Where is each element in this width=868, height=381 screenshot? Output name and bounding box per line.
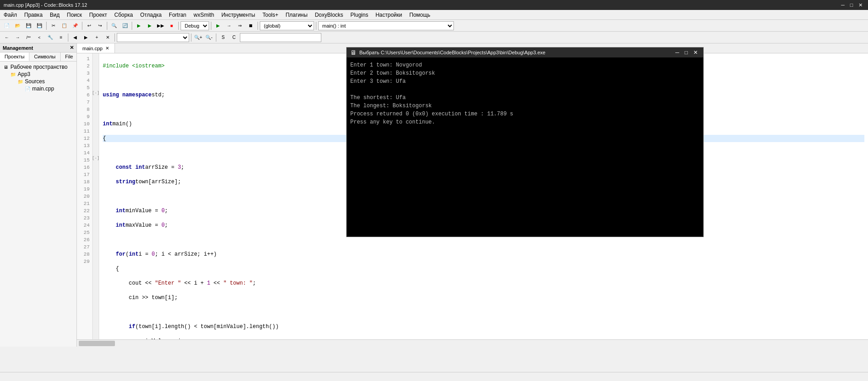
sep11 bbox=[191, 33, 191, 42]
terminal-line-5: The shortest: Ufa bbox=[350, 94, 700, 102]
open-button[interactable]: 📂 bbox=[13, 21, 23, 30]
new-button[interactable]: 📄 bbox=[2, 21, 12, 30]
cut-button[interactable]: ✂ bbox=[48, 21, 58, 30]
terminal-line-8: Press any key to continue. bbox=[350, 118, 700, 126]
run-button[interactable]: ▶ bbox=[145, 21, 155, 30]
main-dropdown[interactable]: main() : int bbox=[318, 21, 454, 30]
debug-run[interactable]: ▶ bbox=[213, 21, 223, 30]
tb2-comment[interactable]: /** bbox=[24, 33, 33, 42]
fold-for[interactable]: [-] bbox=[93, 155, 99, 162]
menu-tools[interactable]: Инструменты bbox=[218, 10, 259, 19]
terminal-close[interactable]: ✕ bbox=[692, 49, 700, 56]
debug-next[interactable]: ⇒ bbox=[235, 21, 245, 30]
tb2-next-bookmark[interactable]: ▶ bbox=[81, 33, 91, 42]
tab-file[interactable]: File bbox=[61, 52, 78, 61]
tree-main-cpp[interactable]: 📄 main.cpp bbox=[24, 85, 75, 92]
menu-help[interactable]: Помощь bbox=[406, 10, 434, 19]
tb2-btn3[interactable]: 🔧 bbox=[45, 33, 55, 42]
search-input[interactable] bbox=[240, 33, 321, 42]
maximize-button[interactable]: □ bbox=[848, 2, 855, 8]
tab-symbols[interactable]: Символы bbox=[29, 52, 61, 61]
debug-dropdown[interactable]: Debug bbox=[181, 21, 209, 30]
tb2-zoom-in[interactable]: 🔍+ bbox=[193, 33, 203, 42]
cpp-file-icon: 📄 bbox=[24, 86, 31, 91]
debug-step[interactable]: → bbox=[224, 21, 234, 30]
tab-close-button[interactable]: ✕ bbox=[105, 46, 109, 51]
terminal-content: Enter 1 town: Novgorod Enter 2 town: Bok… bbox=[347, 57, 703, 130]
sources-label: Sources bbox=[25, 78, 45, 85]
build-run-button[interactable]: ▶▶ bbox=[156, 21, 166, 30]
project-tree: 🖥 Рабочее пространство 📁 App3 📁 Sources … bbox=[0, 62, 76, 347]
sources-children: 📄 main.cpp bbox=[16, 85, 75, 92]
tree-sources[interactable]: 📁 Sources bbox=[16, 78, 75, 85]
menu-file[interactable]: Файл bbox=[0, 10, 21, 19]
horizontal-scrollbar[interactable] bbox=[77, 339, 868, 347]
fold-main[interactable]: [-] bbox=[93, 90, 99, 97]
app3-icon: 📁 bbox=[10, 72, 16, 77]
menu-debug[interactable]: Отладка bbox=[137, 10, 165, 19]
left-panel: Management ✕ Проекты Символы File 🖥 Рабо… bbox=[0, 43, 77, 347]
editor-tab-main-cpp[interactable]: main.cpp ✕ bbox=[77, 43, 115, 53]
menu-plugins2[interactable]: Plugins bbox=[347, 10, 372, 19]
copy-button[interactable]: 📋 bbox=[59, 21, 69, 30]
menu-doxyblocks[interactable]: DoxyBlocks bbox=[311, 10, 347, 19]
debug-stop[interactable]: ⏹ bbox=[246, 21, 256, 30]
close-button[interactable]: ✕ bbox=[857, 2, 864, 8]
replace-button[interactable]: 🔄 bbox=[120, 21, 130, 30]
menu-edit[interactable]: Правка bbox=[21, 10, 47, 19]
fold-markers: [-] [-] bbox=[93, 53, 99, 339]
app3-label: App3 bbox=[18, 71, 30, 77]
sep9 bbox=[68, 33, 68, 42]
workspace-label: Рабочее пространство bbox=[10, 64, 67, 70]
toolbar-2: ← → /** < 🔧 ≡ ◀ ▶ + ✕ 🔍+ 🔍- S C bbox=[0, 32, 868, 43]
menu-wxsmith[interactable]: wxSmith bbox=[190, 10, 218, 19]
terminal-maximize[interactable]: □ bbox=[683, 49, 690, 56]
menu-view[interactable]: Вид bbox=[46, 10, 63, 19]
save-all-button[interactable]: 💾 bbox=[34, 21, 44, 30]
menu-build[interactable]: Сборка bbox=[111, 10, 137, 19]
tb2-add-bookmark[interactable]: + bbox=[92, 33, 102, 42]
status-text bbox=[4, 374, 5, 380]
sources-icon: 📁 bbox=[17, 79, 24, 84]
build-button[interactable]: ▶ bbox=[134, 21, 144, 30]
tb2-uncomment[interactable]: < bbox=[34, 33, 44, 42]
code-line-18 bbox=[103, 309, 864, 316]
tb2-btn2[interactable]: → bbox=[13, 33, 23, 42]
find-button[interactable]: 🔍 bbox=[109, 21, 119, 30]
tab-projects[interactable]: Проекты bbox=[0, 52, 29, 61]
tb2-c[interactable]: C bbox=[229, 33, 239, 42]
menu-project[interactable]: Проект bbox=[86, 10, 111, 19]
menu-tools-plus[interactable]: Tools+ bbox=[259, 10, 282, 19]
redo-button[interactable]: ↪ bbox=[95, 21, 105, 30]
scrollbar-thumb[interactable] bbox=[79, 341, 115, 346]
tb2-btn4[interactable]: ≡ bbox=[56, 33, 66, 42]
stop-button[interactable]: ■ bbox=[167, 21, 176, 30]
menu-plugins[interactable]: Плагины bbox=[282, 10, 311, 19]
menu-settings[interactable]: Настройки bbox=[372, 10, 406, 19]
tb2-dropdown[interactable] bbox=[117, 33, 189, 42]
menu-search[interactable]: Поиск bbox=[63, 10, 86, 19]
terminal-icon: 🖥 bbox=[350, 49, 357, 56]
code-line-13 bbox=[103, 236, 864, 243]
sep7 bbox=[258, 22, 258, 30]
undo-button[interactable]: ↩ bbox=[84, 21, 94, 30]
sep2 bbox=[82, 22, 82, 30]
terminal-controls: ─ □ ✕ bbox=[673, 49, 700, 56]
save-button[interactable]: 💾 bbox=[24, 21, 33, 30]
minimize-button[interactable]: ─ bbox=[839, 2, 847, 8]
tree-workspace[interactable]: 🖥 Рабочее пространство bbox=[2, 63, 75, 71]
code-line-16: cout << "Enter " << i + 1 << " town: "; bbox=[103, 280, 864, 287]
panel-close[interactable]: ✕ bbox=[70, 45, 74, 51]
tree-app3[interactable]: 📁 App3 bbox=[9, 71, 75, 78]
tb2-btn1[interactable]: ← bbox=[2, 33, 12, 42]
tb2-prev[interactable]: ◀ bbox=[70, 33, 80, 42]
terminal-minimize[interactable]: ─ bbox=[673, 49, 681, 56]
terminal-line-4 bbox=[350, 86, 700, 94]
workspace-children: 📁 App3 📁 Sources 📄 main.cpp bbox=[2, 71, 75, 92]
menu-fortran[interactable]: Fortran bbox=[165, 10, 190, 19]
tb2-s[interactable]: S bbox=[218, 33, 228, 42]
global-dropdown[interactable]: (global) bbox=[260, 21, 314, 30]
tb2-zoom-out[interactable]: 🔍- bbox=[204, 33, 214, 42]
paste-button[interactable]: 📌 bbox=[70, 21, 80, 30]
tb2-clear-bookmark[interactable]: ✕ bbox=[103, 33, 113, 42]
